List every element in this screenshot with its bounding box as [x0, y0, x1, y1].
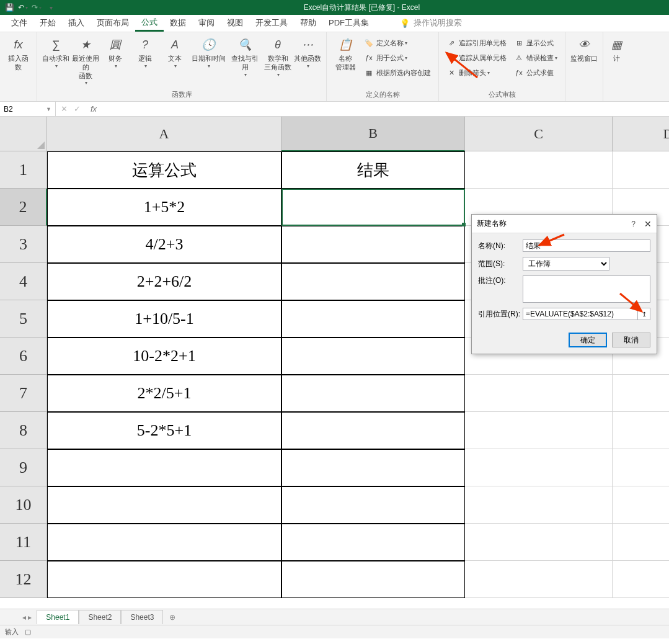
lookup-button[interactable]: 🔍查找与引用▾: [227, 35, 263, 78]
fx-icon[interactable]: fx: [91, 104, 97, 114]
cell-A12[interactable]: [47, 561, 281, 598]
cancel-button[interactable]: 取消: [612, 333, 650, 347]
cell-A5[interactable]: 1+10/5-1: [47, 300, 281, 338]
tab-developer[interactable]: 开发工具: [249, 14, 294, 32]
qat-customize[interactable]: ▾: [43, 1, 57, 14]
macro-record-icon[interactable]: ▢: [25, 628, 31, 636]
row-header-7[interactable]: 7: [0, 375, 47, 412]
tab-help[interactable]: 帮助: [294, 14, 322, 32]
cell-B6[interactable]: [281, 338, 465, 375]
autosum-button[interactable]: ∑自动求和▾: [41, 35, 71, 69]
row-header-11[interactable]: 11: [0, 524, 47, 561]
cell-A10[interactable]: [47, 486, 281, 524]
cancel-icon[interactable]: ✕: [61, 104, 68, 114]
use-in-formula-button[interactable]: ƒx用于公式▾: [363, 51, 432, 65]
cell-B11[interactable]: [281, 524, 465, 561]
cell-B4[interactable]: [281, 263, 465, 300]
row-header-5[interactable]: 5: [0, 300, 47, 338]
column-header-A[interactable]: A: [47, 117, 281, 151]
cell-D8[interactable]: [613, 412, 669, 449]
cell-D9[interactable]: [613, 449, 669, 486]
tab-page-layout[interactable]: 页面布局: [91, 14, 135, 32]
cell-D7[interactable]: [613, 375, 669, 412]
enter-icon[interactable]: ✓: [74, 104, 81, 114]
close-icon[interactable]: ✕: [644, 219, 652, 229]
formula-bar-input[interactable]: [102, 102, 669, 116]
tab-data[interactable]: 数据: [164, 14, 192, 32]
cell-C9[interactable]: [465, 449, 613, 486]
cell-D10[interactable]: [613, 486, 669, 524]
tell-me[interactable]: 💡 操作说明搜索: [394, 14, 468, 32]
error-checking-button[interactable]: ⚠错误检查▾: [513, 51, 559, 65]
remove-arrows-button[interactable]: ✕删除箭头▾: [445, 66, 508, 79]
evaluate-formula-button[interactable]: ƒx公式求值: [513, 66, 559, 79]
tab-home[interactable]: 开始: [33, 14, 62, 32]
watch-window-button[interactable]: 👁监视窗口: [569, 35, 599, 63]
cell-C11[interactable]: [465, 524, 613, 561]
tab-pdf-tools[interactable]: PDF工具集: [322, 14, 375, 32]
row-header-9[interactable]: 9: [0, 449, 47, 486]
cell-A7[interactable]: 2*2/5+1: [47, 375, 281, 412]
cell-C7[interactable]: [465, 375, 613, 412]
calc-options-button[interactable]: ▦计: [607, 35, 626, 63]
define-name-button[interactable]: 🏷️定义名称▾: [363, 36, 432, 50]
cell-D1[interactable]: [613, 151, 669, 189]
cell-C12[interactable]: [465, 561, 613, 598]
cell-A2[interactable]: 1+5*2: [47, 189, 281, 226]
dialog-titlebar[interactable]: 新建名称 ? ✕: [472, 215, 657, 233]
show-formulas-button[interactable]: ⊞显示公式: [513, 36, 559, 50]
cell-A8[interactable]: 5-2*5+1: [47, 412, 281, 449]
financial-button[interactable]: 圓财务▾: [100, 35, 130, 69]
cell-A11[interactable]: [47, 524, 281, 561]
name-box[interactable]: B2 ▼: [0, 102, 56, 116]
insert-function-button[interactable]: fx 插入函数: [4, 35, 33, 72]
cell-C8[interactable]: [465, 412, 613, 449]
name-manager-button[interactable]: 📋名称 管理器: [330, 35, 360, 72]
comment-textarea[interactable]: [523, 275, 650, 303]
scope-select[interactable]: 工作簿: [523, 257, 609, 271]
row-header-8[interactable]: 8: [0, 412, 47, 449]
cell-C10[interactable]: [465, 486, 613, 524]
column-header-D[interactable]: D: [613, 117, 669, 151]
cell-B1[interactable]: 结果: [281, 151, 465, 189]
cell-B8[interactable]: [281, 412, 465, 449]
worksheet-grid[interactable]: ABCD 123456789101112 运算公式结果1+5*24/2+32+2…: [0, 117, 669, 609]
row-header-3[interactable]: 3: [0, 226, 47, 263]
logical-button[interactable]: ?逻辑▾: [130, 35, 160, 69]
save-button[interactable]: 💾: [2, 1, 16, 14]
cell-B3[interactable]: [281, 226, 465, 263]
trace-precedents-button[interactable]: ⇗追踪引用单元格: [445, 36, 508, 50]
redo-button[interactable]: ↷▾: [30, 1, 43, 14]
tab-view[interactable]: 视图: [221, 14, 249, 32]
datetime-button[interactable]: 🕓日期和时间▾: [190, 35, 227, 69]
cell-A6[interactable]: 10-2*2+1: [47, 338, 281, 375]
row-header-2[interactable]: 2: [0, 189, 47, 226]
math-button[interactable]: θ数学和 三角函数▾: [263, 35, 293, 78]
cell-B7[interactable]: [281, 375, 465, 412]
refers-to-input[interactable]: [523, 308, 638, 320]
sheet-tab-3[interactable]: Sheet3: [121, 610, 163, 624]
cell-B12[interactable]: [281, 561, 465, 598]
recent-functions-button[interactable]: ★最近使用的 函数▾: [71, 35, 100, 86]
column-header-B[interactable]: B: [281, 117, 465, 151]
row-header-1[interactable]: 1: [0, 151, 47, 189]
help-icon[interactable]: ?: [631, 220, 636, 228]
cell-D11[interactable]: [613, 524, 669, 561]
new-sheet-button[interactable]: ⊕: [163, 610, 182, 624]
create-from-selection-button[interactable]: ▦根据所选内容创建: [363, 66, 432, 79]
row-header-6[interactable]: 6: [0, 338, 47, 375]
cell-B10[interactable]: [281, 486, 465, 524]
sheet-tab-2[interactable]: Sheet2: [79, 610, 121, 624]
name-input[interactable]: [523, 239, 650, 252]
range-picker-button[interactable]: ↥: [638, 308, 650, 320]
cell-A4[interactable]: 2+2+6/2: [47, 263, 281, 300]
tab-file[interactable]: 文件: [5, 14, 33, 32]
cell-B9[interactable]: [281, 449, 465, 486]
text-button[interactable]: A文本▾: [160, 35, 190, 69]
trace-dependents-button[interactable]: ⇘追踪从属单元格: [445, 51, 508, 65]
sheet-nav[interactable]: ◂ ▸: [17, 613, 37, 622]
cell-A3[interactable]: 4/2+3: [47, 226, 281, 263]
row-header-10[interactable]: 10: [0, 486, 47, 524]
cell-B2[interactable]: [281, 189, 465, 226]
ok-button[interactable]: 确定: [569, 333, 607, 347]
